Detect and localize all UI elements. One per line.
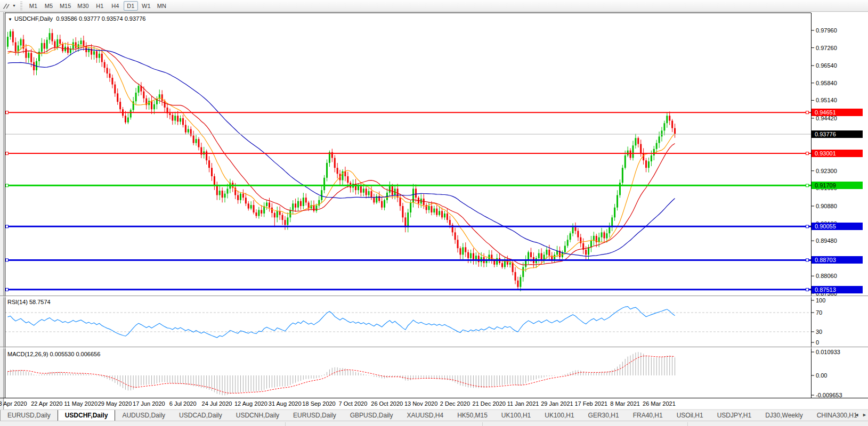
tab-scroll-right-icon[interactable]: ► (862, 412, 867, 417)
tab-eurusd-daily[interactable]: EURUSD,Daily (1, 411, 58, 421)
level-price-badge: 0.94651 (812, 109, 863, 116)
price-line-handle[interactable] (806, 288, 809, 291)
macd-layer (8, 352, 675, 395)
macd-indicator-label: MACD(12,26,9) 0.005530 0.006656 (7, 351, 100, 357)
tab-dj30-weekly[interactable]: DJ30,Weekly (758, 411, 809, 421)
tab-scroll-left-icon[interactable]: ◄ (854, 412, 859, 417)
level-price-badge: 0.88703 (812, 256, 863, 264)
price-line-handle[interactable] (6, 225, 9, 228)
rsi-axis-label: 30 (816, 329, 822, 335)
chart-ohlc-quote: 0.93586 0.93777 0.93574 0.93776 (56, 15, 145, 22)
tab-uk100-h1[interactable]: UK100,H1 (538, 411, 581, 421)
chart-dropdown-icon[interactable]: ▼ (8, 17, 12, 22)
date-label: 18 Sep 2020 (302, 400, 335, 407)
date-label: 29 Jan 2021 (541, 400, 573, 407)
tab-gbpusd-daily[interactable]: GBPUSD,Daily (343, 411, 400, 421)
date-label: 3 Apr 2020 (0, 400, 27, 407)
chart-title: ▼USDCHF,Daily 0.93586 0.93777 0.93574 0.… (8, 15, 145, 22)
price-line-handle[interactable] (6, 184, 9, 187)
tab-ger30-h1[interactable]: GER30,H1 (581, 411, 626, 421)
rsi-line (8, 307, 675, 338)
price-axis-label: 0.96540 (816, 62, 837, 69)
macd-axis-label: 0.010933 (816, 349, 840, 355)
date-label: 2 Dec 2020 (440, 400, 470, 407)
macd-signal-line (8, 356, 675, 393)
date-label: 17 Jun 2020 (133, 400, 165, 407)
rsi-axis-label: 70 (816, 309, 822, 316)
levels-layer (5, 111, 811, 291)
price-line-handle[interactable] (806, 259, 809, 261)
price-line-handle[interactable] (806, 225, 809, 228)
price-axis-label: 0.97960 (816, 27, 837, 34)
sma50-line (8, 49, 675, 256)
date-label: 26 Mar 2021 (643, 400, 676, 407)
date-label: 17 Feb 2021 (574, 400, 607, 407)
date-label: 11 Jan 2021 (507, 400, 539, 407)
symbol-tab-bar: EURUSD,DailyUSDCHF,DailyAUDUSD,DailyUSDC… (0, 409, 868, 421)
price-axis-label: 0.95140 (816, 97, 837, 103)
date-label: 12 Aug 2020 (234, 400, 267, 407)
tab-usdchf-daily[interactable]: USDCHF,Daily (58, 409, 116, 421)
level-price-badge: 0.93001 (812, 150, 863, 157)
level-price-badge: 0.91709 (812, 182, 863, 189)
status-pane-divider (687, 422, 688, 426)
status-pane-divider (285, 422, 286, 426)
rsi-indicator-label: RSI(14) 58.7574 (7, 299, 51, 305)
rsi-layer (5, 307, 811, 338)
sma10-line (8, 44, 675, 271)
trading-terminal: { "toolbar": { "timeframes": ["M1","M5",… (0, 0, 868, 426)
status-bar (0, 421, 868, 426)
date-label: 26 Oct 2020 (371, 400, 403, 407)
tab-fra40-h1[interactable]: FRA40,H1 (626, 411, 670, 421)
rsi-axis-label: 0 (816, 339, 819, 346)
date-label: 31 Aug 2020 (269, 400, 302, 407)
level-price-badge: 0.90055 (812, 223, 863, 230)
macd-axis-label: 0.00 (816, 372, 827, 379)
candles-layer (7, 28, 676, 291)
tab-usdcad-daily[interactable]: USDCAD,Daily (172, 411, 229, 421)
tab-uk100-h1[interactable]: UK100,H1 (494, 411, 538, 421)
date-label: 21 Dec 2020 (473, 400, 506, 407)
tab-eurusd-daily[interactable]: EURUSD,Daily (286, 411, 343, 421)
sma20-line (8, 45, 675, 265)
date-label: 22 Apr 2020 (31, 400, 62, 407)
date-label: 13 Nov 2020 (404, 400, 437, 407)
date-label: 24 Jul 2020 (202, 400, 232, 407)
price-axis-label: 0.90880 (816, 203, 837, 209)
price-line-handle[interactable] (6, 259, 9, 261)
tab-usdjpy-h1[interactable]: USDJPY,H1 (710, 411, 758, 421)
price-line-handle[interactable] (806, 152, 809, 155)
date-label: 7 Oct 2020 (338, 400, 367, 407)
price-line-handle[interactable] (6, 111, 9, 114)
tab-audusd-daily[interactable]: AUDUSD,Daily (115, 411, 172, 421)
date-label: 11 May 2020 (64, 400, 98, 407)
date-label: 6 Jul 2020 (169, 400, 197, 407)
price-line-handle[interactable] (6, 288, 9, 291)
chart-symbol-label: USDCHF,Daily (14, 15, 53, 22)
price-line-handle[interactable] (806, 184, 809, 187)
price-axis-label: 0.97260 (816, 45, 837, 51)
tab-usoil-h1[interactable]: USOil,H1 (670, 411, 710, 421)
level-price-badge: 0.87513 (812, 286, 863, 293)
macd-axis-label: -0.009653 (816, 392, 842, 398)
rsi-axis-label: 100 (816, 297, 825, 304)
tab-hk50-m15[interactable]: HK50,M15 (450, 411, 494, 421)
price-line-handle[interactable] (6, 152, 9, 155)
current-price-badge: 0.93776 (812, 130, 863, 138)
price-axis-label: 0.92300 (816, 168, 837, 174)
price-axis-label: 0.89480 (816, 237, 837, 244)
date-label: 8 Mar 2021 (610, 400, 640, 407)
price-axis-label: 0.88060 (816, 273, 837, 279)
price-axis-label: 0.95840 (816, 80, 837, 86)
date-label: 29 May 2020 (98, 400, 132, 407)
price-chart-plot[interactable] (0, 0, 868, 426)
status-pane-divider (482, 422, 483, 426)
tab-scroll-arrows: ◄ ► (854, 412, 867, 417)
price-line-handle[interactable] (806, 111, 809, 114)
tab-xauusd-h4[interactable]: XAUUSD,H4 (400, 411, 450, 421)
tab-usdcnh-daily[interactable]: USDCNH,Daily (229, 411, 286, 421)
